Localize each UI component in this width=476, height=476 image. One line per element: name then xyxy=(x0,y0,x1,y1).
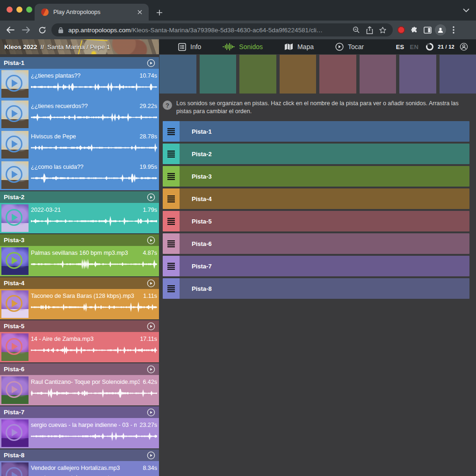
track-row-pista-5[interactable]: Pista-5 xyxy=(163,211,469,231)
track-play-icon[interactable] xyxy=(147,59,155,67)
clip-title: 2022-03-21 xyxy=(31,207,140,213)
track-play-icon[interactable] xyxy=(147,193,155,202)
browser-menu-icon[interactable] xyxy=(447,23,460,36)
share-icon[interactable] xyxy=(363,23,376,36)
drag-handle-icon[interactable] xyxy=(163,278,180,299)
tab-close-icon[interactable] xyxy=(136,8,144,16)
clip-duration: 1.11s xyxy=(143,293,157,299)
track-color-swatch xyxy=(360,55,397,94)
track-row-pista-1[interactable]: Pista-1 xyxy=(163,121,469,142)
clip-info: Taconeo de Sara Baras (128 kbps).mp31.11… xyxy=(31,289,157,319)
breadcrumb-path: Santa Marina / Pepe 1 xyxy=(47,43,110,50)
nav-tab-sonidos[interactable]: Sonidos xyxy=(212,43,274,50)
audio-clip[interactable]: Taconeo de Sara Baras (128 kbps).mp31.11… xyxy=(0,289,159,319)
audio-clip[interactable]: Vendedor callejero Hortalizas.mp38.34s xyxy=(0,461,159,476)
drag-handle-icon[interactable] xyxy=(163,211,180,231)
bookmark-star-icon[interactable] xyxy=(376,23,389,36)
clip-thumbnail xyxy=(1,161,29,189)
new-tab-button[interactable] xyxy=(154,7,165,18)
track-color-swatch xyxy=(440,55,476,94)
reload-button[interactable] xyxy=(36,23,49,36)
nav-tab-tocar[interactable]: Tocar xyxy=(325,43,375,51)
drag-handle-icon[interactable] xyxy=(163,233,180,254)
track-play-icon[interactable] xyxy=(147,236,155,245)
waveform-graphic xyxy=(31,141,157,155)
track-play-icon[interactable] xyxy=(147,322,155,331)
account-icon[interactable] xyxy=(457,40,470,53)
nav-tab-mapa[interactable]: Mapa xyxy=(274,43,325,50)
track-header[interactable]: Pista-6 xyxy=(0,363,159,375)
close-window-button[interactable] xyxy=(7,7,13,13)
clip-title: Raul Cantizano- Toque por Solenoide.mp3 xyxy=(31,379,140,385)
track-play-icon[interactable] xyxy=(147,279,155,288)
audio-clip[interactable]: Hiviscus de Pepe28.78s xyxy=(0,130,159,160)
clip-play-icon[interactable] xyxy=(6,105,22,122)
track-play-icon[interactable] xyxy=(147,365,155,374)
clip-thumbnail xyxy=(1,419,29,447)
clip-play-icon[interactable] xyxy=(6,209,22,226)
minimize-window-button[interactable] xyxy=(16,7,22,13)
zoom-page-icon[interactable] xyxy=(350,23,363,36)
browser-tab[interactable]: Play Antropoloops xyxy=(35,4,149,21)
drag-handle-icon[interactable] xyxy=(163,188,180,209)
track-header[interactable]: Pista-2 xyxy=(0,191,159,203)
lang-toggle-en[interactable]: EN xyxy=(410,43,419,50)
recorder-extension-button[interactable] xyxy=(395,23,408,36)
track-header[interactable]: Pista-1 xyxy=(0,57,159,69)
lang-toggle-es[interactable]: ES xyxy=(396,43,404,50)
audio-clip[interactable]: Palmas sevillanas 160 bpm mp3.mp34.87s xyxy=(0,246,159,276)
clip-play-icon[interactable] xyxy=(6,338,22,355)
clip-play-icon[interactable] xyxy=(6,252,22,269)
clip-title: Palmas sevillanas 160 bpm mp3.mp3 xyxy=(31,250,140,256)
waveform-graphic xyxy=(31,80,157,94)
drag-handle-icon[interactable] xyxy=(163,166,180,187)
drag-handle-icon[interactable] xyxy=(163,256,180,276)
track-row-pista-8[interactable]: Pista-8 xyxy=(163,278,469,299)
track-row-body: Pista-3 xyxy=(180,166,469,187)
track-header[interactable]: Pista-7 xyxy=(0,406,159,418)
help-text: Los sonidos se organizan en pistas. Haz … xyxy=(176,100,469,115)
track-color-swatch xyxy=(319,55,356,94)
browser-toolbar: app.antropoloops.com/Kleos-Santa-Marina/… xyxy=(0,21,476,39)
drag-handle-icon[interactable] xyxy=(163,121,180,142)
clip-thumbnail xyxy=(1,131,29,159)
audio-clip[interactable]: ¿¿tienes plantas??10.74s xyxy=(0,69,159,99)
clip-play-icon[interactable] xyxy=(6,381,22,398)
track-row-pista-4[interactable]: Pista-4 xyxy=(163,188,469,209)
back-button[interactable] xyxy=(4,23,17,36)
clip-play-icon[interactable] xyxy=(6,424,22,441)
clip-duration: 8.34s xyxy=(143,465,157,471)
tab-search-chevron-icon[interactable] xyxy=(463,8,469,13)
track-row-pista-3[interactable]: Pista-3 xyxy=(163,166,469,187)
track-row-pista-6[interactable]: Pista-6 xyxy=(163,233,469,254)
clip-play-icon[interactable] xyxy=(6,295,22,312)
track-header[interactable]: Pista-8 xyxy=(0,449,159,461)
audio-clip[interactable]: ¿¿como las cuida??19.95s xyxy=(0,160,159,190)
zoom-window-button[interactable] xyxy=(26,7,32,13)
track-play-icon[interactable] xyxy=(147,451,155,460)
audio-clip[interactable]: sergio cuevas - la harpe indienne - 03 -… xyxy=(0,418,159,448)
side-panel-icon[interactable] xyxy=(421,23,434,36)
track-header[interactable]: Pista-4 xyxy=(0,277,159,289)
drag-handle-icon[interactable] xyxy=(163,144,180,164)
address-bar[interactable]: app.antropoloops.com/Kleos-Santa-Marina/… xyxy=(51,23,393,36)
clip-play-icon[interactable] xyxy=(6,136,22,152)
clip-play-icon[interactable] xyxy=(6,166,22,183)
audio-clip[interactable]: Raul Cantizano- Toque por Solenoide.mp36… xyxy=(0,375,159,405)
track-row-pista-2[interactable]: Pista-2 xyxy=(163,144,469,164)
track-header[interactable]: Pista-3 xyxy=(0,234,159,246)
profile-avatar[interactable] xyxy=(434,23,447,36)
extensions-puzzle-icon[interactable] xyxy=(408,23,421,36)
track-header[interactable]: Pista-5 xyxy=(0,320,159,332)
breadcrumb[interactable]: Kleos 2022 // Santa Marina / Pepe 1 xyxy=(4,39,110,54)
clip-play-icon[interactable] xyxy=(6,467,22,476)
track-row-pista-7[interactable]: Pista-7 xyxy=(163,256,469,276)
audio-clip[interactable]: ¿¿tienes recuerdos??29.22s xyxy=(0,99,159,130)
audio-clip[interactable]: 2022-03-211.79s xyxy=(0,203,159,233)
audio-clip[interactable]: 14 - Aire de Zamba.mp317.11s xyxy=(0,332,159,362)
clip-info: ¿¿como las cuida??19.95s xyxy=(31,160,157,190)
clip-play-icon[interactable] xyxy=(6,75,22,92)
forward-button[interactable] xyxy=(20,23,33,36)
nav-tab-info[interactable]: Info xyxy=(167,43,212,51)
track-play-icon[interactable] xyxy=(147,408,155,417)
